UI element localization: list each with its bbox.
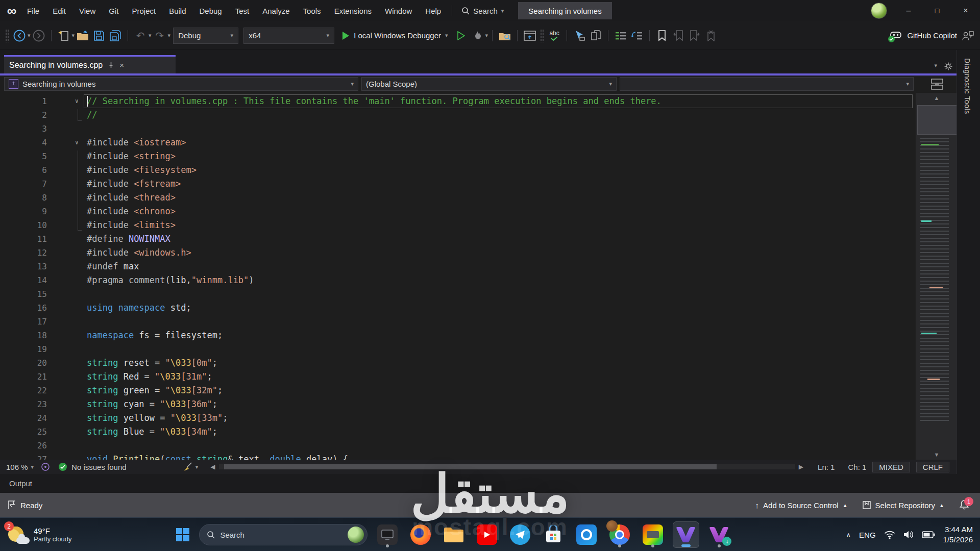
taskbar-clock[interactable]: 3:44 AM 1/5/2026	[943, 524, 973, 545]
code-line-12[interactable]: 12#include <windows.h>	[0, 246, 916, 260]
chevron-down-icon[interactable]: ▾	[168, 32, 171, 39]
code-line-7[interactable]: 7#include <fstream>	[0, 177, 916, 191]
tab-searching-in-volumes[interactable]: Searching in volumes.cpp ×	[4, 55, 176, 73]
find-in-files-button[interactable]	[497, 28, 512, 44]
code-line-11[interactable]: 11#define NOWINMAX	[0, 232, 916, 246]
zoom-level-dropdown[interactable]: 106 %	[6, 463, 28, 471]
code-line-15[interactable]: 15	[0, 287, 916, 301]
issues-status-text[interactable]: No issues found	[71, 463, 127, 471]
taskbar-search-box[interactable]: Search	[199, 524, 368, 545]
code-line-20[interactable]: 20string reset = "\033[0m";	[0, 356, 916, 370]
close-button[interactable]: ×	[951, 0, 980, 21]
pin-icon[interactable]	[108, 62, 114, 68]
close-tab-icon[interactable]: ×	[119, 61, 124, 69]
save-all-button[interactable]	[108, 28, 123, 44]
code-line-22[interactable]: 22string green = "\033[32m";	[0, 384, 916, 397]
chevron-down-icon[interactable]: ▾	[195, 464, 199, 470]
menu-tools[interactable]: Tools	[297, 0, 328, 21]
notifications-bell-button[interactable]: 1	[951, 493, 977, 517]
code-line-19[interactable]: 19	[0, 342, 916, 356]
copy-structure-icon[interactable]	[588, 28, 603, 44]
app-icon-visual-studio-active[interactable]	[673, 521, 699, 548]
scroll-right-icon[interactable]: ▶	[799, 463, 803, 470]
column-indicator[interactable]: Ch: 1	[848, 463, 866, 471]
code-cleanup-broom-icon[interactable]	[183, 462, 193, 472]
chevron-down-icon[interactable]: ▾	[28, 32, 31, 39]
new-item-button[interactable]	[56, 28, 71, 44]
code-line-27[interactable]: 27void Printline(const string& text, dou…	[0, 453, 916, 460]
chevron-down-icon[interactable]: ▾	[72, 32, 75, 39]
start-debugging-button[interactable]: Local Windows Debugger ▾	[337, 28, 452, 44]
code-line-25[interactable]: 25string Blue = "\033[34m";	[0, 425, 916, 439]
solution-name-box[interactable]: Searching in volumes	[518, 2, 611, 19]
github-copilot-button[interactable]: GitHub Copilot	[889, 30, 974, 41]
menu-window[interactable]: Window	[378, 0, 419, 21]
menu-test[interactable]: Test	[229, 0, 256, 21]
previous-bookmark-button[interactable]	[671, 28, 686, 44]
navigate-back-button[interactable]	[12, 28, 27, 44]
toggle-bookmark-button[interactable]	[654, 28, 670, 44]
code-line-8[interactable]: 8#include <thread>	[0, 191, 916, 205]
code-line-9[interactable]: 9#include <chrono>	[0, 205, 916, 218]
start-without-debugging-button[interactable]	[453, 28, 469, 44]
hot-reload-button[interactable]	[470, 28, 485, 44]
app-icon-media-photo[interactable]	[640, 521, 666, 548]
code-line-2[interactable]: 2//	[0, 108, 916, 122]
code-line-13[interactable]: 13#undef max	[0, 260, 916, 273]
member-dropdown[interactable]: ▾	[620, 77, 914, 91]
code-line-5[interactable]: 5#include <string>	[0, 149, 916, 163]
account-avatar[interactable]	[871, 3, 887, 19]
code-line-1[interactable]: 1∨// Searching in volumes.cpp : This fil…	[0, 94, 916, 108]
navigate-window-button[interactable]	[522, 28, 537, 44]
editor-scrollbar-map[interactable]: ▲ ▼	[916, 93, 957, 460]
taskbar-overflow-chevron[interactable]: ∧	[846, 531, 851, 539]
code-line-14[interactable]: 14#pragma comment(lib,"winmm.lib")	[0, 273, 916, 287]
split-window-icon[interactable]	[931, 79, 943, 90]
code-line-23[interactable]: 23string cyan = "\033[36m";	[0, 397, 916, 411]
toolbar-grip[interactable]	[540, 29, 544, 42]
save-button[interactable]	[91, 28, 107, 44]
app-icon-microsoft-store[interactable]	[540, 521, 567, 548]
code-line-17[interactable]: 17	[0, 315, 916, 329]
menu-analyze[interactable]: Analyze	[256, 0, 296, 21]
app-icon-telegram[interactable]	[507, 521, 533, 548]
code-editor[interactable]: 1∨// Searching in volumes.cpp : This fil…	[0, 93, 916, 460]
code-line-6[interactable]: 6#include <filesystem>	[0, 163, 916, 177]
output-panel-title[interactable]: Output	[9, 479, 32, 488]
app-icon-visual-studio-installer[interactable]: ↓	[706, 521, 732, 548]
code-line-18[interactable]: 18namespace fs = filesystem;	[0, 329, 916, 342]
menu-project[interactable]: Project	[125, 0, 162, 21]
selection-cursor-icon[interactable]	[572, 28, 587, 44]
scroll-up-icon[interactable]: ▲	[916, 95, 957, 101]
app-icon-firefox[interactable]	[407, 521, 434, 548]
wifi-icon[interactable]	[884, 530, 895, 539]
app-icon-folder[interactable]	[440, 521, 467, 548]
next-bookmark-button[interactable]	[687, 28, 702, 44]
scrollbar-viewport[interactable]	[917, 105, 957, 135]
search-highlight-image[interactable]	[348, 527, 364, 543]
app-icon-chrome[interactable]	[606, 521, 633, 548]
start-button[interactable]	[173, 525, 192, 544]
menu-file[interactable]: File	[20, 0, 46, 21]
code-line-4[interactable]: 4∨#include <iostream>	[0, 136, 916, 149]
platform-dropdown[interactable]: x64▾	[243, 28, 334, 44]
health-indicator-icon[interactable]	[41, 462, 50, 471]
volume-icon[interactable]	[903, 530, 914, 539]
search-menu[interactable]: Search ▾	[456, 3, 509, 19]
menu-help[interactable]: Help	[419, 0, 448, 21]
code-line-3[interactable]: 3	[0, 122, 916, 136]
redo-button[interactable]: ↷	[152, 28, 167, 44]
menu-view[interactable]: View	[72, 0, 102, 21]
fold-collapse-icon[interactable]: ∨	[47, 136, 87, 149]
horizontal-scrollbar[interactable]	[219, 464, 794, 469]
toolbar-grip[interactable]	[5, 29, 9, 42]
tab-settings-gear-icon[interactable]	[944, 62, 952, 70]
maximize-button[interactable]: □	[923, 0, 951, 21]
add-to-source-control-button[interactable]: ↑ Add to Source Control ▲	[748, 493, 855, 517]
menu-build[interactable]: Build	[162, 0, 192, 21]
code-line-21[interactable]: 21string Red = "\033[31m";	[0, 370, 916, 384]
minimize-button[interactable]: –	[894, 0, 923, 21]
horizontal-scrollbar-thumb[interactable]	[224, 464, 717, 469]
code-line-26[interactable]: 26	[0, 439, 916, 453]
menu-git[interactable]: Git	[102, 0, 125, 21]
